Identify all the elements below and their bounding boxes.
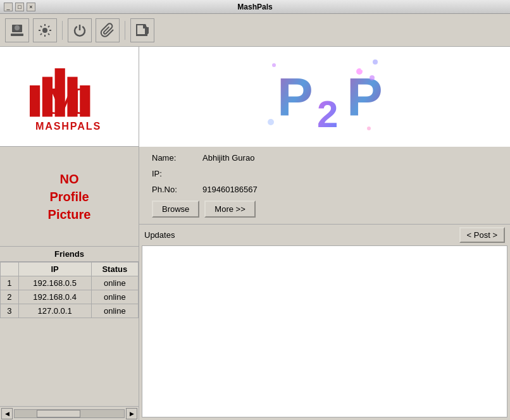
row-status: online xyxy=(91,290,138,304)
row-status: online xyxy=(91,304,138,318)
minimize-button[interactable]: _ xyxy=(4,3,13,11)
title-bar: _ □ × MashPals xyxy=(0,0,510,14)
close-button[interactable]: × xyxy=(27,3,35,11)
row-num: 1 xyxy=(1,276,19,290)
attach-button[interactable] xyxy=(96,18,120,42)
power-icon xyxy=(72,23,87,38)
svg-text:P: P xyxy=(347,67,383,127)
svg-text:M: M xyxy=(46,79,82,122)
table-row[interactable]: 2 192.168.0.4 online xyxy=(1,290,139,304)
horizontal-scrollbar[interactable]: ◀ ▶ xyxy=(0,406,139,420)
svg-point-21 xyxy=(370,75,375,80)
settings-icon xyxy=(37,23,53,38)
svg-point-1 xyxy=(15,25,20,30)
row-ip: 127.0.0.1 xyxy=(18,304,91,318)
no-profile-text: NOProfilePicture xyxy=(48,170,91,223)
action-buttons: Browse More >> xyxy=(152,201,497,218)
p2p-logo: P P 2 xyxy=(261,52,388,141)
svg-rect-2 xyxy=(11,34,23,36)
separator-1 xyxy=(62,21,63,40)
col-ip: IP xyxy=(18,262,91,276)
name-value: Abhijith Gurao xyxy=(202,153,497,163)
logo-area: M MASHPALS xyxy=(0,47,139,147)
friends-section: Friends IP Status 1 192.168.0.5 online 2 xyxy=(0,247,139,420)
svg-text:P: P xyxy=(277,67,313,127)
browse-button[interactable]: Browse xyxy=(152,201,199,218)
settings-button[interactable] xyxy=(33,18,57,42)
user-icon xyxy=(9,23,25,38)
export-button[interactable] xyxy=(130,18,154,42)
toolbar xyxy=(0,14,510,47)
name-label: Name: xyxy=(152,153,202,163)
updates-section: Updates < Post > xyxy=(139,224,510,420)
ip-row: IP: xyxy=(152,169,497,178)
col-status: Status xyxy=(91,262,138,276)
right-panel: P P 2 Name: Abhijith Gurao IP: Ph.No: 91… xyxy=(139,47,510,420)
row-status: online xyxy=(91,276,138,290)
scroll-thumb[interactable] xyxy=(37,410,80,417)
power-button[interactable] xyxy=(68,18,92,42)
col-num xyxy=(1,262,19,276)
svg-point-12 xyxy=(272,63,276,67)
friends-header: Friends xyxy=(0,247,139,262)
table-row[interactable]: 1 192.168.0.5 online xyxy=(1,276,139,290)
svg-point-15 xyxy=(268,119,274,125)
row-ip: 192.168.0.4 xyxy=(18,290,91,304)
post-button[interactable]: < Post > xyxy=(459,227,505,243)
svg-point-3 xyxy=(42,28,47,33)
row-num: 3 xyxy=(1,304,19,318)
table-row[interactable]: 3 127.0.0.1 online xyxy=(1,304,139,318)
friends-table: IP Status 1 192.168.0.5 online 2 192.168… xyxy=(0,262,139,318)
svg-text:2: 2 xyxy=(317,93,338,135)
row-num: 2 xyxy=(1,290,19,304)
main-container: M MASHPALS NOProfilePicture Friends IP S… xyxy=(0,47,510,420)
svg-point-13 xyxy=(373,59,378,65)
phone-value: 919460186567 xyxy=(202,185,497,194)
updates-label: Updates xyxy=(144,230,175,240)
name-row: Name: Abhijith Gurao xyxy=(152,153,497,163)
left-panel: M MASHPALS NOProfilePicture Friends IP S… xyxy=(0,47,139,420)
svg-point-20 xyxy=(361,66,364,70)
maximize-button[interactable]: □ xyxy=(15,3,24,11)
export-icon xyxy=(135,23,150,38)
phone-row: Ph.No: 919460186567 xyxy=(152,185,497,194)
friends-table-wrapper[interactable]: IP Status 1 192.168.0.5 online 2 192.168… xyxy=(0,262,139,406)
window-controls[interactable]: _ □ × xyxy=(4,3,35,11)
user-button[interactable] xyxy=(5,18,29,42)
updates-content xyxy=(142,245,507,417)
mashpals-logo: M MASHPALS xyxy=(13,56,127,138)
row-ip: 192.168.0.5 xyxy=(18,276,91,290)
window-title: MashPals xyxy=(237,3,272,11)
attach-icon xyxy=(100,23,115,38)
scroll-right-btn[interactable]: ▶ xyxy=(126,408,137,419)
scroll-track[interactable] xyxy=(14,409,125,418)
phone-label: Ph.No: xyxy=(152,185,202,194)
svg-text:MASHPALS: MASHPALS xyxy=(35,120,101,132)
ip-label: IP: xyxy=(152,169,202,178)
more-button[interactable]: More >> xyxy=(204,201,255,218)
profile-picture-area: NOProfilePicture xyxy=(0,147,139,247)
svg-rect-5 xyxy=(30,85,40,117)
updates-header: Updates < Post > xyxy=(139,225,510,245)
separator-2 xyxy=(125,21,125,40)
p2p-logo-area: P P 2 xyxy=(139,47,510,147)
info-section: Name: Abhijith Gurao IP: Ph.No: 91946018… xyxy=(139,147,510,224)
scroll-left-btn[interactable]: ◀ xyxy=(1,408,13,419)
